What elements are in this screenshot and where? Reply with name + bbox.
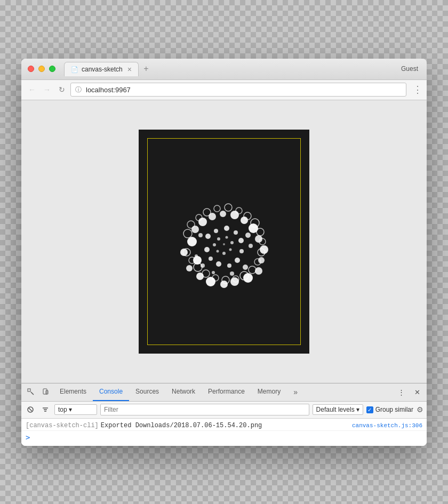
more-tabs-button[interactable]: »: [288, 385, 303, 399]
tab-close-button[interactable]: ×: [127, 65, 132, 74]
title-bar: 📄 canvas-sketch × + Guest: [21, 59, 427, 80]
address-icon: ⓘ: [75, 85, 82, 94]
log-source-tag: [canvas-sketch-cli]: [26, 422, 99, 429]
address-input-container[interactable]: ⓘ localhost:9967: [70, 83, 406, 97]
canvas-artwork: [139, 130, 309, 354]
svg-point-23: [234, 230, 238, 235]
svg-point-53: [217, 237, 220, 241]
svg-point-32: [187, 221, 195, 228]
maximize-button[interactable]: [49, 66, 55, 72]
svg-point-3: [186, 265, 193, 271]
svg-point-18: [198, 218, 207, 226]
svg-point-5: [206, 277, 215, 286]
browser-tab[interactable]: 📄 canvas-sketch ×: [64, 62, 139, 76]
svg-rect-69: [28, 389, 30, 391]
tab-performance[interactable]: Performance: [202, 383, 251, 401]
device-toolbar-button[interactable]: [38, 385, 53, 399]
context-selector[interactable]: top ▾: [54, 404, 97, 415]
svg-point-30: [204, 247, 210, 252]
tab-title: canvas-sketch: [82, 66, 123, 73]
minimize-button[interactable]: [38, 66, 45, 72]
tab-page-icon: 📄: [71, 66, 78, 73]
group-similar-control[interactable]: ✓ Group similar: [366, 406, 413, 413]
svg-point-20: [205, 234, 211, 239]
back-button[interactable]: ←: [26, 83, 38, 96]
svg-point-21: [214, 229, 218, 233]
svg-point-0: [187, 237, 197, 246]
devtools-panel: Elements Console Sources Network Perform…: [21, 383, 427, 446]
svg-point-59: [213, 243, 216, 246]
svg-point-16: [220, 211, 226, 217]
svg-point-62: [245, 233, 251, 238]
new-tab-button[interactable]: +: [139, 61, 154, 76]
devtools-close-button[interactable]: ✕: [410, 385, 425, 399]
tab-console[interactable]: Console: [93, 383, 129, 401]
levels-selector[interactable]: Default levels ▾: [313, 404, 363, 415]
console-prompt: >: [26, 433, 30, 442]
svg-point-44: [249, 266, 256, 274]
console-log-entry: [canvas-sketch-cli] Exported Downloads/2…: [21, 421, 427, 431]
svg-point-25: [239, 249, 244, 253]
svg-point-10: [258, 257, 265, 263]
svg-rect-70: [43, 389, 47, 394]
svg-point-65: [230, 271, 234, 276]
log-source-link[interactable]: canvas-sketch.js:306: [352, 422, 422, 429]
filter-toggle-button[interactable]: [39, 404, 51, 415]
tab-elements[interactable]: Elements: [53, 383, 93, 401]
svg-point-61: [198, 233, 203, 237]
svg-point-66: [212, 271, 215, 274]
console-toolbar: top ▾ Default levels ▾ ✓ Group similar ⚙: [21, 402, 427, 419]
svg-point-26: [235, 258, 240, 263]
svg-point-58: [217, 250, 219, 252]
svg-line-73: [29, 408, 32, 411]
svg-point-31: [183, 229, 192, 238]
svg-point-29: [209, 257, 213, 261]
tab-network[interactable]: Network: [165, 383, 202, 401]
console-output-area: [canvas-sketch-cli] Exported Downloads/2…: [21, 419, 427, 446]
svg-point-36: [225, 204, 232, 211]
svg-point-57: [222, 252, 226, 255]
guest-label: Guest: [401, 65, 418, 73]
svg-point-15: [230, 211, 239, 219]
console-filter-input[interactable]: [100, 404, 309, 415]
address-bar: ← → ↻ ⓘ localhost:9967 ⋮: [21, 80, 427, 100]
svg-point-37: [236, 207, 242, 214]
svg-point-55: [230, 241, 234, 244]
inspect-element-button[interactable]: [23, 385, 38, 399]
clear-console-button[interactable]: [25, 404, 36, 415]
svg-point-28: [216, 261, 221, 267]
svg-point-19: [191, 226, 199, 233]
reload-button[interactable]: ↻: [55, 83, 68, 96]
group-similar-checkbox[interactable]: ✓: [366, 406, 373, 413]
log-message-text: Exported Downloads/2018.07.06-15.54.20.p…: [101, 422, 262, 429]
devtools-tab-bar: Elements Console Sources Network Perform…: [21, 383, 427, 402]
tab-bar: 📄 canvas-sketch × +: [64, 61, 420, 76]
svg-point-49: [202, 270, 210, 277]
levels-dropdown-icon: ▾: [356, 406, 359, 413]
tab-sources[interactable]: Sources: [129, 383, 165, 401]
svg-point-24: [238, 238, 244, 243]
browser-window: 📄 canvas-sketch × + Guest ← → ↻ ⓘ localh…: [21, 59, 427, 446]
traffic-lights: [28, 66, 55, 72]
svg-point-68: [195, 254, 198, 258]
console-settings-button[interactable]: ⚙: [417, 405, 423, 414]
svg-point-34: [203, 209, 211, 216]
close-button[interactable]: [28, 66, 34, 72]
devtools-action-buttons: ⋮ ✕: [394, 385, 425, 399]
svg-point-64: [243, 265, 248, 270]
forward-button[interactable]: →: [41, 83, 53, 96]
tab-memory[interactable]: Memory: [251, 383, 287, 401]
svg-point-4: [196, 273, 204, 280]
svg-point-35: [214, 205, 220, 212]
content-area: [21, 100, 427, 383]
svg-point-63: [249, 244, 253, 248]
svg-point-17: [209, 213, 216, 220]
devtools-options-button[interactable]: ⋮: [394, 385, 409, 399]
browser-menu-button[interactable]: ⋮: [413, 84, 422, 95]
svg-point-22: [224, 226, 229, 231]
svg-point-6: [220, 281, 228, 288]
svg-point-67: [201, 263, 205, 268]
svg-point-27: [227, 263, 231, 268]
svg-point-56: [229, 248, 232, 251]
dots-svg: [149, 146, 299, 338]
